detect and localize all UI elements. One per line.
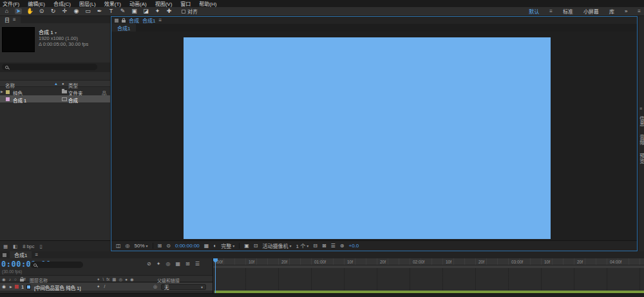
hand-tool-icon[interactable]: ✋ — [26, 8, 33, 14]
workspace-standard[interactable]: 标准 — [563, 8, 573, 15]
frame-blend-icon[interactable]: ▦ — [175, 261, 180, 267]
menu-item[interactable]: 视图(V) — [155, 0, 173, 7]
menu-item[interactable]: 图层(L) — [79, 0, 96, 7]
twirl-icon[interactable]: ▶ — [1, 90, 3, 93]
dock-panel-tab[interactable]: 信息 — [638, 116, 644, 127]
workspace-menu-icon[interactable]: ≡ — [549, 9, 553, 14]
menu-item[interactable]: 效果(T) — [104, 0, 121, 7]
pixel-aspect-icon[interactable]: ⊟ — [313, 243, 317, 249]
layer-label-chip[interactable] — [15, 285, 19, 289]
menu-item[interactable]: 动画(A) — [129, 0, 147, 7]
roto-brush-tool-icon[interactable]: ✦ — [154, 8, 161, 14]
solo-icon[interactable]: ○ — [14, 277, 17, 282]
eraser-tool-icon[interactable]: ◪ — [142, 8, 149, 14]
project-list-header[interactable]: 名称 ▲ ● 类型 — [0, 80, 110, 87]
timeline-panel-menu-icon[interactable]: ≡ — [35, 253, 38, 258]
tab-project[interactable]: 目 ≡ — [0, 16, 21, 23]
workspace-small-screen[interactable]: 小屏幕 — [583, 8, 599, 15]
shy-header-icon[interactable]: ✦ — [97, 277, 100, 282]
dock-panel-tab[interactable]: 音频 — [638, 135, 644, 146]
snapshot-icon[interactable]: ◫ — [116, 243, 121, 249]
comp-timecode[interactable]: 0:00:00:00 — [175, 243, 200, 249]
zoom-tool-icon[interactable]: ⊙ — [38, 8, 45, 14]
threed-header-icon[interactable]: ◉ — [130, 277, 134, 282]
pen-tool-icon[interactable]: ✒ — [96, 8, 103, 14]
workspace-default[interactable]: 默认 — [529, 8, 539, 15]
pickwhip-icon[interactable]: ◎ — [153, 284, 157, 289]
layer-row-solid1[interactable]: ◉ ▶ 1 [中间色品蓝色 纯色 1] ✦/ ◎ 无 ▾ — [0, 283, 213, 291]
resolution-select[interactable]: 完整▾ — [221, 242, 234, 249]
clone-stamp-tool-icon[interactable]: ▣ — [131, 8, 138, 14]
menu-item[interactable]: 合成(C) — [53, 0, 71, 7]
mask-visibility-icon[interactable]: ⊙ — [166, 243, 171, 249]
brush-tool-icon[interactable]: ✎ — [119, 8, 126, 14]
label-color-chip[interactable] — [6, 90, 10, 94]
quality-switch-icon[interactable]: ✦ — [97, 284, 100, 289]
selection-tool-icon[interactable]: ➤ — [15, 8, 22, 14]
snap-toggle[interactable]: 对齐 — [182, 8, 198, 15]
viewer-tab-comp1[interactable]: 合成1 — [111, 24, 136, 32]
menu-item[interactable]: 文件(F) — [3, 0, 19, 7]
project-search-input[interactable] — [2, 64, 97, 70]
timeline-search-input[interactable] — [30, 262, 83, 268]
label-color-chip[interactable] — [6, 97, 10, 101]
toolbar-panel-menu-icon[interactable]: ≡ — [638, 9, 641, 14]
timeline-scrollbar[interactable] — [0, 293, 644, 297]
dock-menu-icon[interactable]: ≡ — [639, 106, 642, 111]
comp-panel-comp-name[interactable]: 合成1 — [142, 17, 155, 24]
workspace-overflow-icon[interactable]: » — [625, 8, 627, 14]
graph-editor-icon[interactable]: ☰ — [195, 261, 200, 267]
exposure-gear-icon[interactable]: ⊛ — [340, 243, 345, 249]
composition-viewer[interactable] — [111, 32, 637, 240]
snap-checkbox[interactable] — [182, 10, 185, 14]
audio-icon[interactable]: ♪ — [9, 277, 11, 282]
label-column-icon[interactable]: ● — [62, 82, 64, 86]
hide-shy-icon[interactable]: ◎ — [166, 261, 170, 267]
collapse-header-icon[interactable]: \ — [102, 277, 104, 282]
layer-name[interactable]: [中间色品蓝色 纯色 1] — [34, 284, 81, 291]
pan-camera-tool-icon[interactable]: ✛ — [61, 8, 68, 14]
rotate-tool-icon[interactable]: ◉ — [73, 8, 80, 14]
playhead[interactable] — [215, 258, 216, 293]
quality-header-icon[interactable]: ▦ — [112, 277, 116, 282]
mini-timeline-icon[interactable]: ☰ — [331, 243, 336, 249]
camera-snapshot-icon[interactable]: ▦ — [204, 243, 209, 249]
grid-guides-icon[interactable]: ⊞ — [158, 243, 162, 249]
zoom-select[interactable]: 50%▾ — [135, 243, 148, 249]
motion-blur-icon[interactable]: ⊞ — [185, 261, 190, 267]
puppet-pin-tool-icon[interactable]: ✚ — [166, 8, 173, 14]
effects-header-icon[interactable]: ◎ — [118, 277, 122, 282]
project-row-comp1[interactable]: 合成 1 合成 — [0, 95, 110, 102]
mask-shape-tool-icon[interactable]: ▭ — [84, 8, 91, 14]
fast-previews-icon[interactable]: ⊠ — [322, 243, 327, 249]
view-layout-select[interactable]: 1 个▾ — [296, 242, 309, 249]
chevron-down-icon[interactable]: ▾ — [55, 31, 57, 35]
exposure-value[interactable]: +0.0 — [348, 243, 359, 249]
twirl-icon[interactable]: ▶ — [10, 285, 12, 289]
motion-blur-header-icon[interactable]: ● — [125, 277, 128, 282]
interpret-footage-icon[interactable]: ▦ — [3, 244, 8, 249]
fx-header-icon[interactable]: fx — [106, 277, 109, 282]
region-of-interest-icon[interactable]: ▣ — [244, 243, 249, 249]
time-ruler[interactable]: :00f10f20f01:00f10f20f02:00f10f20f03:00f… — [213, 258, 644, 265]
active-camera-select[interactable]: 活动摄像机▾ — [262, 242, 291, 249]
transparency-grid-icon[interactable]: ⊡ — [254, 243, 258, 249]
eye-icon[interactable]: ◉ — [2, 277, 6, 282]
menu-item[interactable]: 窗口 — [180, 0, 191, 7]
show-snapshot-icon[interactable]: ◎ — [126, 243, 130, 249]
comp-panel-title[interactable]: 合成 — [129, 17, 139, 24]
project-row-solids-folder[interactable]: ▶ 纯色 文件夹 品 — [0, 88, 110, 95]
lock-icon[interactable] — [122, 20, 126, 23]
sort-asc-icon[interactable]: ▲ — [54, 82, 58, 86]
eye-icon[interactable]: ◉ — [2, 284, 6, 289]
menu-item[interactable]: 编辑(E) — [28, 0, 45, 7]
workspace-libraries[interactable]: 库 — [609, 8, 614, 15]
solid-color-swatch[interactable] — [26, 285, 31, 289]
channels-icon[interactable]: ◐ — [213, 243, 216, 249]
draft-3d-icon[interactable]: ✦ — [156, 261, 161, 267]
menu-item[interactable]: 帮助(H) — [199, 0, 216, 7]
timeline-track-area[interactable]: :00f10f20f01:00f10f20f02:00f10f20f03:00f… — [213, 258, 644, 293]
home-icon[interactable]: ⌂ — [3, 8, 10, 14]
timeline-tab-comp1[interactable]: 合成1 — [10, 251, 32, 258]
solid-layer-canvas[interactable] — [184, 37, 551, 239]
